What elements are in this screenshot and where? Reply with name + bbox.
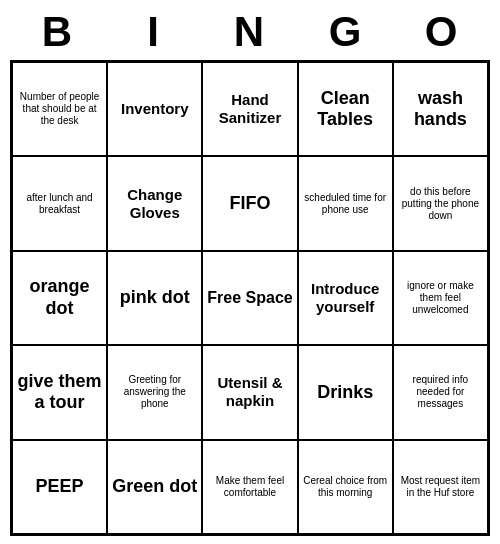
- title-n: N: [204, 8, 296, 56]
- bingo-grid: Number of people that should be at the d…: [10, 60, 490, 536]
- cell-4: wash hands: [393, 62, 488, 156]
- cell-15: give them a tour: [12, 345, 107, 439]
- cell-23: Cereal choice from this morning: [298, 440, 393, 534]
- cell-9: do this before putting the phone down: [393, 156, 488, 250]
- cell-6: Change Gloves: [107, 156, 202, 250]
- cell-16: Greeting for answering the phone: [107, 345, 202, 439]
- cell-2: Hand Sanitizer: [202, 62, 297, 156]
- title-i: I: [108, 8, 200, 56]
- title-o: O: [396, 8, 488, 56]
- cell-0: Number of people that should be at the d…: [12, 62, 107, 156]
- cell-14: ignore or make them feel unwelcomed: [393, 251, 488, 345]
- cell-10: orange dot: [12, 251, 107, 345]
- cell-7: FIFO: [202, 156, 297, 250]
- cell-11: pink dot: [107, 251, 202, 345]
- cell-19: required info needed for messages: [393, 345, 488, 439]
- cell-1: Inventory: [107, 62, 202, 156]
- cell-21: Green dot: [107, 440, 202, 534]
- cell-13: Introduce yourself: [298, 251, 393, 345]
- cell-3: Clean Tables: [298, 62, 393, 156]
- cell-22: Make them feel comfortable: [202, 440, 297, 534]
- cell-5: after lunch and breakfast: [12, 156, 107, 250]
- title-g: G: [300, 8, 392, 56]
- cell-18: Drinks: [298, 345, 393, 439]
- title-b: B: [12, 8, 104, 56]
- cell-20: PEEP: [12, 440, 107, 534]
- cell-24: Most request item in the Huf store: [393, 440, 488, 534]
- bingo-title: B I N G O: [10, 8, 490, 56]
- cell-17: Utensil & napkin: [202, 345, 297, 439]
- cell-8: scheduled time for phone use: [298, 156, 393, 250]
- cell-12: Free Space: [202, 251, 297, 345]
